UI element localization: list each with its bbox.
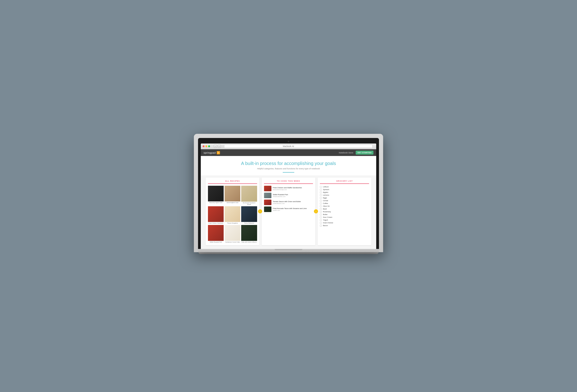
recipe-label: Heavenly Apple Cake [208,202,224,204]
get-started-button[interactable]: GET STARTED [356,151,373,155]
grocery-checkbox[interactable] [320,189,322,191]
grocery-checkbox[interactable] [320,208,322,210]
grocery-checkbox[interactable] [320,200,322,202]
grocery-checkbox[interactable] [320,191,322,193]
grocery-item[interactable]: Lettuce [320,186,369,188]
recipe-label: Hummingbird Cake [225,202,240,204]
recipe-thumbnail [208,206,224,222]
recipe-label: No-Knead Sandwich Bread [241,202,257,205]
grocery-label: Basil [323,208,326,210]
back-button[interactable]: ‹ [214,145,217,148]
cook-title: Tomato Sauce with Onion and Butter [273,201,313,203]
grocery-label: Rosemary [323,211,331,213]
all-recipes-next-arrow[interactable]: › [258,209,262,214]
grocery-item[interactable]: Cereal [320,200,369,202]
grocery-label: Yogurt [323,219,328,221]
grocery-checkbox[interactable] [320,216,322,218]
grocery-item[interactable]: Apples [320,191,369,193]
grocery-item[interactable]: Olive Oil [320,205,369,207]
minimize-button[interactable] [205,145,207,147]
recipe-item[interactable]: Heavenly Apple Cake [208,186,224,205]
cook-title: Fried Chicken and Waffle Sandwiches [273,187,313,189]
grocery-item[interactable]: Eggs [320,197,369,199]
recipe-thumbnail [241,225,257,241]
grocery-list: LettuceSpinachApplesLemonsEggsCerealCoff… [320,186,369,227]
nav-buttons: ‹ › [214,145,221,148]
cook-item[interactable]: Skillet Roasted Fishcheaterzkitchen.com [264,193,313,198]
browser-title: Macbook Air [283,145,294,147]
forward-button[interactable]: › [218,145,221,148]
address-bar[interactable] [224,145,372,148]
recipe-thumbnail [225,186,240,201]
recipe-label: Fried Chicken Sandwich [208,222,224,224]
grocery-label: Goat Cheese [323,222,333,224]
grocery-checkbox[interactable] [320,197,322,199]
grocery-checkbox[interactable] [320,186,322,188]
laptop-base [198,249,379,252]
grocery-checkbox[interactable] [320,205,322,207]
panels-container: ALL RECIPES Heavenly Apple CakeHummingbi… [201,175,376,249]
recipe-item[interactable]: Thyme Gougères [225,206,240,224]
grocery-item[interactable]: Basil [320,208,369,210]
grocery-item[interactable]: Bacon [320,224,369,227]
grocery-checkbox[interactable] [320,203,322,204]
recipe-item[interactable]: Fancy Balsamic [241,206,257,224]
all-recipes-panel: ALL RECIPES Heavenly Apple CakeHummingbi… [206,178,259,245]
cook-thumbnail [264,186,271,191]
grocery-label: Spinach [323,188,329,191]
to-cook-next-arrow[interactable]: › [314,209,318,214]
grocery-label: Lettuce [323,186,329,188]
close-button[interactable] [203,145,205,147]
recipe-label: Cardamom Carrot Cake [225,241,240,243]
grocery-checkbox[interactable] [320,194,322,196]
grocery-item[interactable]: Goat Cheese [320,222,369,224]
grocery-list-panel: GROCERY LIST LettuceSpinachApplesLemonsE… [318,178,371,245]
recipe-item[interactable]: Cardamom Carrot Cake [225,225,240,243]
grocery-item[interactable]: Yogurt [320,219,369,221]
grocery-label: Bacon [323,224,328,227]
macbook-label: MacBook Air [194,255,383,258]
recipe-thumbnail [225,225,240,241]
recipe-label: Kale with Garlic & Bacon [241,241,257,243]
screen-bezel: ‹ › Macbook Air springpad s [198,138,379,249]
grocery-item[interactable]: Spinach [320,188,369,191]
browser-titlebar: ‹ › Macbook Air [201,143,376,149]
cook-thumbnail [264,207,271,212]
cook-source: smittenkitchen.com [273,203,313,204]
grocery-checkbox[interactable] [320,211,322,213]
recipe-item[interactable]: Kale with Garlic & Bacon [241,225,257,243]
cook-info: Skillet Roasted Fishcheaterzkitchen.com [273,194,313,197]
recipe-thumbnail [241,186,257,201]
maximize-button[interactable] [208,145,210,147]
grocery-item[interactable]: Rosemary [320,211,369,213]
recipe-label: Fancy Balsamic [241,222,257,224]
recipe-item[interactable]: No-Knead Sandwich Bread [241,186,257,205]
cook-source: food52.com [273,210,313,211]
grocery-item[interactable]: Butter [320,214,369,215]
notebook-store-link[interactable]: Notebook Store [339,152,353,154]
grocery-label: Olive Oil [323,205,329,207]
to-cook-panel: TO COOK THIS WEEK Fried Chicken and Waff… [262,178,316,245]
hero-section: A built-in process for accomplishing you… [201,156,376,175]
recipe-item[interactable]: Hummingbird Cake [225,186,240,205]
recipe-item[interactable]: Fried Chicken Sandwich [208,206,224,224]
grocery-item[interactable]: Coffee [320,202,369,204]
laptop-body: ‹ › Macbook Air springpad s [194,134,383,252]
cook-item[interactable]: Fried Avocado Tacos with Sesame and Lime… [264,207,313,212]
grocery-checkbox[interactable] [320,225,322,227]
grocery-checkbox[interactable] [320,222,322,224]
grocery-checkbox[interactable] [320,219,322,221]
grocery-item[interactable]: Lemons [320,194,369,196]
cook-info: Fried Avocado Tacos with Sesame and Lime… [273,208,313,211]
cook-thumbnail [264,193,271,198]
cook-item[interactable]: Fried Chicken and Waffle Sandwichestheso… [264,186,313,191]
cook-source: thesouthernrecipe.com [273,189,313,190]
cook-item[interactable]: Tomato Sauce with Onion and Buttersmitte… [264,200,313,205]
laptop-bottom [198,252,379,254]
laptop-wrapper: ‹ › Macbook Air springpad s [194,134,383,258]
grocery-checkbox[interactable] [320,214,322,215]
cook-thumbnail [264,200,271,205]
recipe-item[interactable]: Skillet Roasted Fish [208,225,224,243]
to-cook-header: TO COOK THIS WEEK [264,180,313,184]
grocery-item[interactable]: Sour Cream [320,216,369,218]
